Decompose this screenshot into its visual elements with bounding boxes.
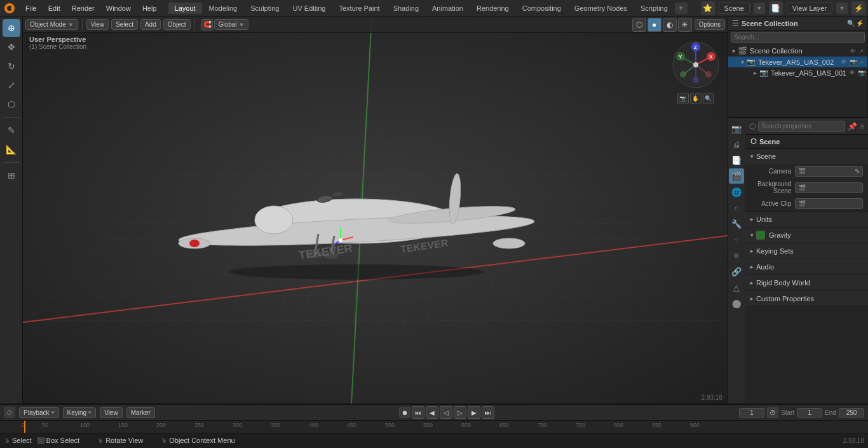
tab-sculpting[interactable]: Sculpting [244, 3, 285, 14]
transform-space-dropdown[interactable]: Global ▼ [214, 19, 249, 30]
navigation-gizmo[interactable]: X Y Z 📷 ✋ 🔍 [670, 39, 721, 90]
zoom-btn[interactable]: 🔍 [703, 93, 714, 104]
rotate-view-status[interactable]: 🖱 Rotate View [97, 437, 143, 444]
select-menu[interactable]: Select [111, 19, 138, 30]
record-button[interactable]: ⏺ [399, 407, 410, 418]
jump-end-button[interactable]: ⏭ [482, 406, 494, 419]
outliner-filter-toggle[interactable]: ⚡ [856, 20, 864, 27]
rotate-tool[interactable]: ↻ [3, 57, 20, 75]
render-props-icon[interactable]: 📷 [729, 121, 744, 136]
tab-geometry-nodes[interactable]: Geometry Nodes [568, 3, 634, 14]
jump-start-button[interactable]: ⏮ [412, 406, 424, 419]
add-workspace-button[interactable]: + [675, 3, 688, 14]
gravity-header[interactable]: ▾ Gravity [745, 227, 868, 243]
tab-modeling[interactable]: Modeling [203, 3, 244, 14]
view-menu-timeline[interactable]: View [100, 407, 123, 418]
move-tool[interactable]: ✥ [3, 38, 20, 56]
tab-animation[interactable]: Animation [426, 3, 470, 14]
cursor-tool[interactable]: ⊕ [3, 19, 20, 37]
material-preview-btn[interactable]: ◐ [663, 18, 677, 32]
outliner-item-uas-002[interactable]: ▾ 📷 Tekever_AR5_UAS_002 👁 📷 ○ [728, 57, 867, 67]
data-props-icon[interactable]: △ [729, 280, 744, 295]
material-props-icon[interactable]: ⬤ [729, 295, 744, 311]
add-menu[interactable]: Add [140, 19, 161, 30]
timeline-type-icon[interactable]: ⏱ [4, 407, 15, 418]
world-props-icon[interactable]: 🌐 [729, 184, 744, 200]
modifier-props-icon[interactable]: 🔧 [729, 216, 744, 231]
menu-window[interactable]: Window [101, 3, 136, 13]
keying-menu[interactable]: Keying ▾ [63, 407, 97, 418]
outliner-search-toggle[interactable]: 🔍 [847, 20, 855, 27]
scene-selector[interactable]: Scene [719, 3, 750, 14]
properties-menu-button[interactable]: ≡ [860, 122, 864, 131]
camera-view-btn[interactable]: 📷 [677, 93, 689, 104]
start-frame-input[interactable]: 1 [797, 408, 822, 417]
scene-subsection-header[interactable]: ▾ Scene [745, 149, 868, 164]
solid-shading-btn[interactable]: ● [648, 18, 661, 32]
tab-compositing[interactable]: Compositing [516, 3, 567, 14]
object-props-icon[interactable]: ○ [729, 200, 744, 215]
marker-menu[interactable]: Marker [126, 407, 155, 418]
add-cube-tool[interactable]: ⊞ [3, 166, 20, 184]
units-header[interactable]: ▸ Units [745, 212, 868, 227]
item-001-visibility-icon[interactable]: 👁 [849, 69, 855, 76]
quick-access-button[interactable]: ⭐ [701, 1, 715, 15]
scale-tool[interactable]: ⤢ [3, 76, 20, 94]
collection-hide-icon[interactable]: 👁 [850, 48, 856, 55]
outliner-search-input[interactable] [731, 32, 865, 43]
select-status[interactable]: 🖱 Select [4, 437, 32, 444]
play-reverse-button[interactable]: ◁ [440, 406, 452, 419]
view-menu[interactable]: View [86, 19, 109, 30]
object-menu[interactable]: Object [163, 19, 191, 30]
tab-scripting[interactable]: Scripting [634, 3, 674, 14]
options-button[interactable]: Options [695, 19, 725, 30]
item-camera-icon[interactable]: 📷 [850, 58, 857, 65]
end-frame-input[interactable]: 250 [839, 408, 864, 417]
properties-search-input[interactable] [758, 121, 845, 132]
play-button[interactable]: ▷ [454, 406, 466, 419]
background-scene-value[interactable]: 🎬 [795, 182, 863, 193]
step-back-button[interactable]: ◀ [426, 406, 438, 419]
menu-render[interactable]: Render [67, 3, 100, 13]
object-mode-dropdown[interactable]: Object Mode ▼ [25, 19, 78, 30]
annotate-tool[interactable]: ✎ [3, 121, 20, 139]
scene-props-icon[interactable]: 🎬 [729, 168, 744, 184]
keying-sets-header[interactable]: ▸ Keying Sets [745, 243, 868, 259]
camera-edit-btn[interactable]: ✎ [855, 168, 860, 175]
menu-edit[interactable]: Edit [43, 3, 65, 13]
wireframe-btn[interactable]: ⬡ [632, 18, 646, 32]
menu-file[interactable]: File [20, 3, 42, 13]
item-render-icon[interactable]: ○ [860, 58, 864, 65]
current-frame-input[interactable]: 1 [739, 408, 764, 417]
output-props-icon[interactable]: 🖨 [729, 137, 744, 152]
active-clip-value[interactable]: 🎬 [795, 198, 863, 209]
measure-tool[interactable]: 📐 [3, 140, 20, 158]
outliner-item-uas-001[interactable]: ▸ 📷 Tekever_AR5_UAS_001 👁 📷 ○ [728, 67, 867, 78]
menu-help[interactable]: Help [137, 3, 162, 13]
context-menu-status[interactable]: 🖱 Object Context Menu [161, 437, 234, 444]
view-layer-options-button[interactable]: ▼ [836, 3, 848, 14]
tab-uv-editing[interactable]: UV Editing [286, 3, 332, 14]
scene-options-button[interactable]: ▼ [754, 3, 765, 14]
hand-tool-btn[interactable]: ✋ [690, 93, 702, 104]
properties-pin-button[interactable]: 📌 [848, 122, 857, 131]
physics-props-icon[interactable]: ⚛ [729, 248, 744, 263]
filter-button[interactable]: ⚡ [851, 1, 865, 15]
view-layer-props-icon[interactable]: 📑 [729, 153, 744, 168]
playback-menu[interactable]: Playback ▾ [19, 407, 59, 418]
camera-value[interactable]: 🎬 ✎ [795, 166, 863, 177]
step-forward-button[interactable]: ▶ [468, 406, 480, 419]
audio-header[interactable]: ▸ Audio [745, 259, 868, 275]
tab-layout[interactable]: Layout [168, 3, 202, 14]
item-001-camera-icon[interactable]: 📷 [858, 69, 865, 76]
rigid-body-header[interactable]: ▸ Rigid Body World [745, 275, 868, 290]
tab-shading[interactable]: Shading [387, 3, 425, 14]
transform-tool[interactable]: ⬡ [3, 95, 20, 113]
viewport-3d[interactable]: Object Mode ▼ View Select Add Object 🧲 G… [23, 17, 728, 404]
time-settings-button[interactable]: ⏱ [767, 407, 778, 418]
collection-select-icon[interactable]: ↗ [858, 48, 864, 55]
outliner-scene-collection[interactable]: ▾ 🎬 Scene Collection 👁 ↗ [728, 45, 867, 57]
timeline-ruler[interactable]: 0 50 100 150 200 250 300 350 400 450 500… [0, 421, 868, 433]
particle-props-icon[interactable]: ⁘ [729, 232, 744, 247]
gravity-checkbox[interactable] [756, 231, 765, 240]
